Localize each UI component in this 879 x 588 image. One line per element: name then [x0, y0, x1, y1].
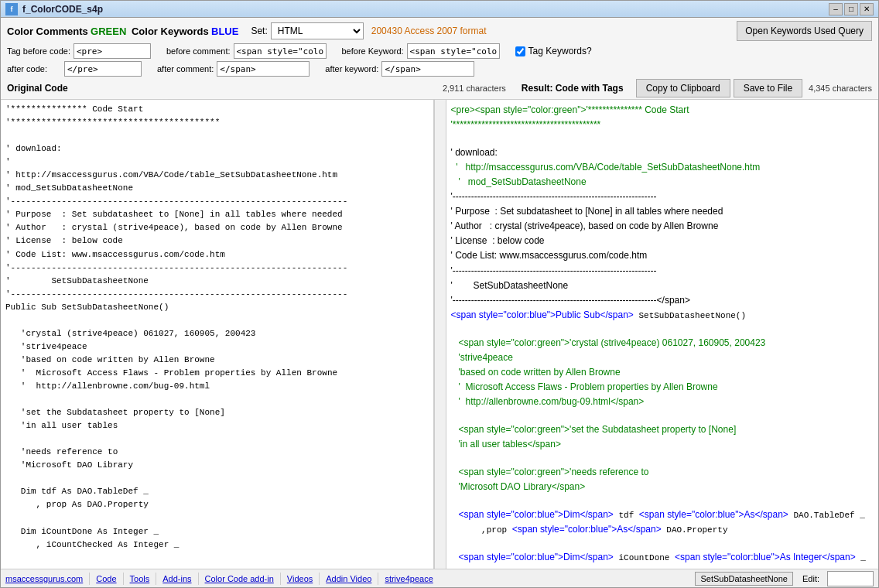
left-panel: '*************** Code Start '***********… [1, 100, 434, 569]
title-bar: f f_ColorCODE_s4p – □ ✕ [1, 1, 878, 18]
toolbar: Color Comments GREEN Color Keywords BLUE… [1, 18, 878, 100]
tag-after-code-input[interactable] [64, 61, 142, 77]
sep4 [198, 573, 199, 585]
status-link-addins[interactable]: Add-ins [162, 574, 191, 583]
sep2 [123, 573, 124, 585]
app-icon: f [5, 3, 18, 15]
after-comment-label: after comment: [157, 64, 214, 74]
sep5 [280, 573, 281, 585]
sep3 [156, 573, 156, 585]
edit-input[interactable] [827, 571, 874, 586]
status-module-button[interactable]: SetSubDatasheetNone [695, 572, 793, 586]
before-keyword-label: before Keyword: [342, 46, 404, 56]
minimize-button[interactable]: – [829, 3, 843, 15]
content-area: '*************** Code Start '***********… [1, 100, 878, 569]
color-comments-label: Color Comments [7, 26, 88, 37]
edit-label: Edit: [802, 574, 819, 583]
window-controls: – □ ✕ [829, 3, 874, 15]
sep7 [378, 573, 378, 585]
before-keyword-input[interactable] [407, 43, 500, 59]
open-keywords-button[interactable]: Open Keywords Used Query [737, 21, 872, 41]
main-window: f f_ColorCODE_s4p – □ ✕ Color Comments G… [0, 0, 879, 588]
maximize-button[interactable]: □ [844, 3, 858, 15]
close-button[interactable]: ✕ [860, 3, 874, 15]
window-title: f_ColorCODE_s4p [22, 4, 829, 15]
tag-before-code-input[interactable] [74, 43, 151, 59]
before-comment-label: before comment: [166, 46, 231, 56]
save-button[interactable]: Save to File [734, 79, 802, 97]
middle-scrollbar [434, 100, 446, 569]
status-link-colorcode[interactable]: Color Code add-in [205, 574, 274, 583]
status-link-msaccess[interactable]: msaccessgurus.com [5, 574, 83, 583]
tag-keywords-group: Tag Keywords? [515, 46, 592, 56]
tag-after-code-label: after code: [7, 64, 47, 74]
original-code-label: Original Code [7, 83, 68, 94]
status-link-strive4peace[interactable]: strive4peace [385, 574, 433, 583]
color-keywords-label: Color Keywords [132, 26, 209, 37]
result-chars: 4,345 characters [809, 84, 872, 93]
after-keyword-input[interactable] [381, 61, 474, 77]
set-dropdown[interactable]: HTML [271, 22, 364, 39]
format-text: 200430 Access 2007 format [371, 26, 487, 36]
sep6 [319, 573, 320, 585]
after-keyword-label: after keyword: [325, 64, 378, 74]
right-code-area[interactable]: <pre><span style="color:green">'********… [446, 100, 879, 569]
tag-keywords-label: Tag Keywords? [528, 46, 592, 56]
result-label: Result: Code with Tags [522, 83, 624, 94]
status-link-tools[interactable]: Tools [130, 574, 150, 583]
left-code-area[interactable]: '*************** Code Start '***********… [1, 100, 433, 569]
blue-label: BLUE [211, 26, 238, 37]
status-bar: msaccessgurus.com Code Tools Add-ins Col… [1, 569, 878, 587]
right-panel: <pre><span style="color:green">'********… [446, 100, 879, 569]
toolbar-row2: Tag before code: before comment: before … [7, 43, 872, 59]
tag-keywords-checkbox[interactable] [515, 46, 525, 56]
sep1 [89, 573, 90, 585]
toolbar-row1: Color Comments GREEN Color Keywords BLUE… [7, 21, 872, 41]
status-link-videos[interactable]: Videos [287, 574, 313, 583]
set-label: Set: [251, 26, 267, 36]
toolbar-row3: Original Code 2,911 characters Result: C… [7, 79, 872, 97]
status-link-code[interactable]: Code [96, 574, 116, 583]
tag-before-code-label: Tag before code: [7, 46, 70, 56]
after-comment-input[interactable] [217, 61, 310, 77]
toolbar-row2b: after code: after comment: after keyword… [7, 61, 872, 77]
status-link-addinvideo[interactable]: Addin Video [326, 574, 371, 583]
copy-button[interactable]: Copy to Clipboard [636, 79, 730, 97]
before-comment-input[interactable] [234, 43, 327, 59]
original-chars: 2,911 characters [443, 84, 506, 93]
green-label: GREEN [91, 26, 126, 37]
